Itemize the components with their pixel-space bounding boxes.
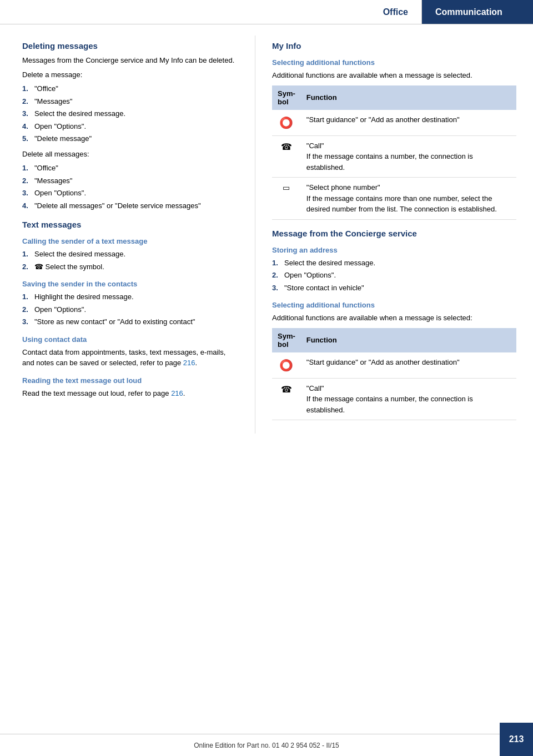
- concierge-selecting-title: Selecting additional functions: [272, 301, 516, 309]
- main-content: Deleting messages Messages from the Conc…: [0, 24, 533, 456]
- table-row: ▭ "Select phone number" If the message c…: [272, 178, 516, 220]
- concierge-title: Message from the Concierge service: [272, 229, 516, 238]
- using-title: Using contact data: [22, 335, 238, 344]
- table-row: ☎ "Call" If the message contains a numbe…: [272, 378, 516, 420]
- saving-list: Highlight the desired message. Open "Opt…: [22, 291, 238, 327]
- list-item: "Messages": [22, 175, 238, 187]
- my-info-title: My Info: [272, 41, 516, 51]
- delete-all-list: "Office" "Messages" Open "Options". "Del…: [22, 163, 238, 211]
- my-info-selecting-title: Selecting additional functions: [272, 58, 516, 67]
- list-item: Select the desired message.: [22, 108, 238, 119]
- symbol-cell: ⭕: [272, 352, 301, 379]
- symbol-cell: ☎: [272, 378, 301, 420]
- list-item: Open "Options".: [272, 270, 516, 281]
- concierge-table: Sym-bol Function ⭕ "Start guidance" or "…: [272, 328, 516, 421]
- symbol-cell: ▭: [272, 178, 301, 220]
- page-number: 213: [500, 723, 533, 756]
- list-item: "Store contact in vehicle": [272, 283, 516, 294]
- deleting-messages-title: Deleting messages: [22, 41, 238, 51]
- page-header: Office Communication: [0, 0, 533, 24]
- list-item: Open "Options".: [22, 304, 238, 315]
- function-cell: "Call" If the message contains a number,…: [301, 378, 516, 420]
- calling-title: Calling the sender of a text message: [22, 237, 238, 245]
- reading-link[interactable]: 216: [171, 389, 183, 397]
- concierge-table-header-symbol: Sym-bol: [272, 328, 301, 352]
- list-item: Open "Options".: [22, 121, 238, 132]
- using-text: Contact data from appointments, tasks, t…: [22, 347, 238, 369]
- list-item: "Office": [22, 163, 238, 174]
- symbol-cell: ☎: [272, 135, 301, 178]
- my-info-selecting-intro: Additional functions are available when …: [272, 70, 516, 81]
- list-item: ☎ Select the symbol.: [22, 261, 238, 273]
- list-item: Select the desired message.: [22, 249, 238, 260]
- using-link[interactable]: 216: [183, 359, 195, 367]
- list-item: "Store as new contact" or "Add to existi…: [22, 316, 238, 327]
- saving-title: Saving the sender in the contacts: [22, 280, 238, 288]
- function-cell: "Start guidance" or "Add as another dest…: [301, 110, 516, 136]
- header-communication-label: Communication: [422, 0, 533, 24]
- list-item: "Messages": [22, 96, 238, 107]
- delete-one-list: "Office" "Messages" Select the desired m…: [22, 83, 238, 144]
- function-cell: "Call" If the message contains a number,…: [301, 135, 516, 178]
- storing-title: Storing an address: [272, 246, 516, 254]
- calling-list: Select the desired message. ☎ Select the…: [22, 249, 238, 272]
- symbol-cell: ⭕: [272, 110, 301, 136]
- function-cell: "Start guidance" or "Add as another dest…: [301, 352, 516, 379]
- table-row: ⭕ "Start guidance" or "Add as another de…: [272, 352, 516, 379]
- reading-title: Reading the text message out loud: [22, 376, 238, 385]
- header-office-label: Office: [370, 0, 422, 24]
- my-info-table-header-symbol: Sym-bol: [272, 85, 301, 110]
- my-info-table: Sym-bol Function ⭕ "Start guidance" or "…: [272, 85, 516, 220]
- concierge-table-header-function: Function: [301, 328, 516, 352]
- table-row: ⭕ "Start guidance" or "Add as another de…: [272, 110, 516, 136]
- delete-one-label: Delete a message:: [22, 69, 238, 80]
- table-row: ☎ "Call" If the message contains a numbe…: [272, 135, 516, 178]
- list-item: "Delete all messages" or "Delete service…: [22, 200, 238, 211]
- storing-list: Select the desired message. Open "Option…: [272, 258, 516, 294]
- footer-text: Online Edition for Part no. 01 40 2 954 …: [194, 742, 339, 749]
- page-footer: Online Edition for Part no. 01 40 2 954 …: [0, 734, 533, 756]
- list-item: Open "Options".: [22, 188, 238, 199]
- text-messages-title: Text messages: [22, 220, 238, 229]
- list-item: "Delete message": [22, 133, 238, 144]
- reading-text: Read the text message out loud, refer to…: [22, 388, 238, 399]
- delete-all-label: Delete all messages:: [22, 149, 238, 160]
- deleting-messages-intro: Messages from the Concierge service and …: [22, 55, 238, 66]
- function-cell: "Select phone number" If the message con…: [301, 178, 516, 220]
- left-column: Deleting messages Messages from the Conc…: [0, 36, 255, 434]
- list-item: Highlight the desired message.: [22, 291, 238, 303]
- my-info-table-header-function: Function: [301, 85, 516, 110]
- list-item: "Office": [22, 83, 238, 94]
- concierge-selecting-intro: Additional functions are available when …: [272, 313, 516, 324]
- list-item: Select the desired message.: [272, 258, 516, 269]
- right-column: My Info Selecting additional functions A…: [255, 36, 533, 434]
